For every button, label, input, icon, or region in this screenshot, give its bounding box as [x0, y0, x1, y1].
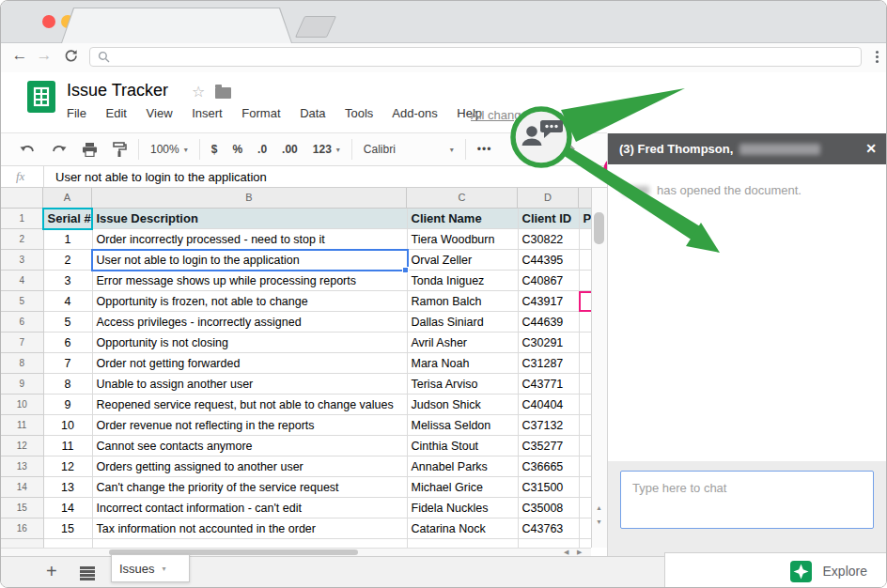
row-number-cell[interactable]: 14	[1, 477, 43, 498]
chat-input[interactable]	[620, 471, 874, 529]
new-tab-button[interactable]	[295, 16, 336, 38]
browser-tab[interactable]	[61, 8, 292, 43]
cell-serial[interactable]: 9	[43, 395, 92, 415]
row-number-cell[interactable]: 8	[1, 353, 43, 374]
column-header-c[interactable]: C	[407, 188, 518, 209]
row-number-cell[interactable]: 2	[1, 229, 43, 250]
row-number-cell[interactable]: 12	[1, 436, 43, 456]
cell-serial[interactable]: 5	[43, 312, 92, 333]
cell-serial[interactable]: 13	[43, 477, 92, 498]
cell-client-id[interactable]: C37132	[518, 415, 579, 436]
cell-serial[interactable]: 1	[43, 229, 92, 250]
refresh-button[interactable]	[59, 49, 82, 68]
menu-item[interactable]: File	[67, 106, 86, 120]
format-currency-button[interactable]: $	[204, 133, 226, 165]
forward-button[interactable]: →	[33, 46, 55, 65]
menu-item[interactable]: Insert	[192, 106, 223, 120]
cell-serial[interactable]: 3	[43, 271, 92, 291]
row-number-cell[interactable]: 3	[1, 250, 43, 271]
cell-client-name[interactable]: Orval Zeller	[407, 250, 518, 271]
cell-client-id[interactable]: C43771	[518, 374, 579, 395]
cell-serial[interactable]: 10	[43, 415, 92, 436]
more-toolbar-button[interactable]: •••	[470, 133, 500, 165]
cell-serial[interactable]: 7	[43, 353, 92, 374]
scroll-up-arrow[interactable]: ▲	[596, 504, 602, 511]
column-header-a[interactable]: A	[43, 188, 92, 209]
cell-description[interactable]: Incorrect contact information - can't ed…	[92, 498, 407, 518]
zoom-select[interactable]: 100% ▾	[143, 133, 195, 165]
cell-client-name[interactable]: Tiera Woodburn	[407, 229, 518, 250]
add-sheet-button[interactable]: +	[46, 561, 57, 582]
cell-serial[interactable]: 14	[43, 498, 92, 518]
cell-client-name[interactable]: Catarina Nock	[407, 518, 518, 539]
cell-client-id[interactable]: C44395	[518, 250, 579, 271]
cell-client-id[interactable]: C31500	[518, 477, 579, 498]
cell-serial[interactable]: 6	[43, 333, 92, 353]
all-changes-saved-link[interactable]: All changes saved	[471, 108, 570, 122]
cell-description[interactable]: User not able to login to the applicatio…	[92, 250, 407, 271]
cell-description[interactable]: Order not getting forwarded	[92, 353, 407, 374]
cell-description[interactable]: Opportunity is not closing	[92, 333, 407, 353]
cell-client-id[interactable]: C40404	[518, 395, 579, 415]
cell-serial[interactable]: 2	[43, 250, 92, 271]
cell-client-name[interactable]: Michael Grice	[407, 477, 518, 498]
cell-client-name[interactable]: Fidela Nuckles	[407, 498, 518, 518]
menu-item[interactable]: View	[147, 106, 173, 120]
cell-client-id[interactable]: C43763	[518, 518, 579, 539]
font-select[interactable]: Calibri ▾	[356, 133, 461, 165]
folder-icon[interactable]	[215, 87, 231, 99]
cell-client-name[interactable]: Avril Asher	[407, 333, 518, 353]
menu-item[interactable]: Add-ons	[392, 106, 437, 120]
url-input[interactable]	[117, 50, 853, 65]
vertical-scrollbar-thumb[interactable]	[594, 212, 604, 244]
cell-client-id[interactable]: C35008	[518, 498, 579, 518]
cell-client-id[interactable]: C40867	[518, 271, 579, 291]
cell-description[interactable]: Order incorrectly processed - need to st…	[92, 229, 407, 250]
column-header-b[interactable]: B	[92, 188, 407, 209]
paint-format-button[interactable]	[105, 133, 134, 165]
cell-description[interactable]: Can't change the priority of the service…	[92, 477, 407, 498]
cell-client-id-header[interactable]: Client ID	[518, 209, 579, 229]
cell-client-name[interactable]: Ramon Balch	[407, 291, 518, 312]
cell-client-name[interactable]: Melissa Seldon	[407, 415, 518, 436]
close-window-button[interactable]	[42, 15, 55, 28]
column-header-d[interactable]: D	[518, 188, 579, 209]
cell-serial[interactable]: 12	[43, 456, 92, 477]
cell-client-id[interactable]: C36665	[518, 456, 579, 477]
row-number-cell[interactable]: 1	[1, 209, 43, 229]
cell-description[interactable]: Orders getting assigned to another user	[92, 456, 407, 477]
select-all-corner[interactable]	[1, 188, 43, 209]
cell-client-name[interactable]: Terisa Arviso	[407, 374, 518, 395]
cell-client-name[interactable]: Judson Shick	[407, 395, 518, 415]
cell-client-id[interactable]: C30291	[518, 333, 579, 353]
decrease-decimal-button[interactable]: .0	[250, 133, 274, 165]
undo-button[interactable]	[12, 133, 43, 165]
cell-serial[interactable]: 8	[43, 374, 92, 395]
menu-item[interactable]: Edit	[106, 106, 127, 120]
back-button[interactable]: ←	[8, 46, 31, 65]
cell-serial[interactable]: 15	[43, 518, 92, 539]
collapse-toolbar-icon[interactable]	[565, 142, 573, 150]
cell-client-id[interactable]: C30822	[518, 229, 579, 250]
row-number-cell[interactable]: 9	[1, 374, 43, 395]
cell-description-header[interactable]: Issue Description	[92, 209, 407, 229]
cell-serial-header[interactable]: Serial #	[43, 209, 92, 229]
scroll-right-arrow[interactable]: ▶	[577, 549, 582, 555]
cell-client-id[interactable]: C43917	[518, 291, 579, 312]
format-percent-button[interactable]: %	[225, 133, 250, 165]
sheet-tab-menu-arrow[interactable]: ▾	[163, 565, 166, 573]
cell-client-name[interactable]: Dallas Siniard	[407, 312, 518, 333]
all-sheets-icon[interactable]	[80, 566, 95, 569]
cell-client-name[interactable]: Annabel Parks	[407, 456, 518, 477]
document-title[interactable]: Issue Tracker	[67, 81, 168, 101]
cell-serial[interactable]: 11	[43, 436, 92, 456]
cell-description[interactable]: Access privileges - incorrectly assigned	[92, 312, 407, 333]
cell-client-name[interactable]: Tonda Iniguez	[407, 271, 518, 291]
cell-description[interactable]: Opportunity is frozen, not able to chang…	[92, 291, 407, 312]
cell-client-name[interactable]: Mara Noah	[407, 353, 518, 374]
cell-description[interactable]: Unable to assign another user	[92, 374, 407, 395]
cell-description[interactable]: Error message shows up while processing …	[92, 271, 407, 291]
redo-button[interactable]	[43, 133, 74, 165]
cell-description[interactable]: Reopened service request, but not able t…	[92, 395, 407, 415]
fill-handle[interactable]	[402, 267, 409, 273]
